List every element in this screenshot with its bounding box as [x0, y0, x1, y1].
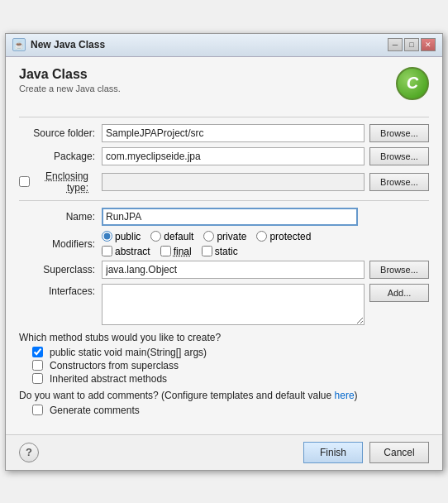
stub-main-row: public static void main(String[] args): [32, 347, 429, 358]
stub-constructors-label: Constructors from superclass: [50, 360, 179, 371]
enclosing-type-field: Browse...: [102, 173, 429, 191]
section-subtitle: Create a new Java class.: [19, 84, 121, 93]
interfaces-add-button[interactable]: Add...: [369, 284, 429, 302]
superclass-label: Superclass:: [19, 264, 102, 275]
new-java-class-dialog: ☕ New Java Class ─ □ ✕ Java Class Create…: [5, 33, 443, 471]
static-label: static: [215, 246, 238, 257]
comments-question-before: Do you want to add comments? (Configure …: [19, 390, 335, 401]
comments-question: Do you want to add comments? (Configure …: [19, 390, 429, 401]
enclosing-type-row: Enclosing type: Browse...: [19, 170, 429, 194]
help-button[interactable]: ?: [19, 443, 39, 462]
title-bar: ☕ New Java Class ─ □ ✕: [6, 34, 442, 57]
section-title: Java Class: [19, 67, 121, 82]
section-header: Java Class Create a new Java class. C: [19, 67, 429, 107]
divider-top: [19, 117, 429, 117]
name-label: Name:: [19, 211, 102, 223]
abstract-modifier-label[interactable]: abstract: [102, 246, 150, 257]
footer: ? Finish Cancel: [6, 434, 442, 470]
abstract-checkbox[interactable]: [102, 246, 112, 256]
interfaces-field: Add...: [102, 284, 429, 325]
private-modifier-label[interactable]: private: [203, 231, 246, 242]
maximize-button[interactable]: □: [404, 38, 419, 51]
superclass-input[interactable]: [102, 261, 365, 279]
source-folder-input[interactable]: [102, 124, 365, 142]
package-browse-button[interactable]: Browse...: [369, 147, 429, 165]
superclass-row: Superclass: Browse...: [19, 261, 429, 279]
source-folder-row: Source folder: Browse...: [19, 124, 429, 142]
stub-inherited-row: Inherited abstract methods: [32, 373, 429, 385]
final-checkbox[interactable]: [160, 246, 171, 256]
dialog-content: Java Class Create a new Java class. C So…: [6, 57, 442, 428]
interfaces-label: Interfaces:: [19, 284, 102, 297]
modifiers-row: Modifiers: public default private: [19, 231, 429, 257]
stub-inherited-checkbox[interactable]: [32, 373, 43, 384]
generate-comments-label: Generate comments: [50, 405, 140, 416]
enclosing-type-checkbox[interactable]: [19, 176, 30, 187]
stub-main-label: public static void main(String[] args): [50, 347, 207, 358]
source-folder-label: Source folder:: [19, 127, 102, 139]
title-bar-left: ☕ New Java Class: [12, 38, 105, 51]
enclosing-type-label: Enclosing type:: [36, 170, 95, 194]
package-field: Browse...: [102, 147, 429, 165]
cancel-button[interactable]: Cancel: [369, 442, 429, 463]
interfaces-textarea[interactable]: [102, 284, 365, 325]
default-radio[interactable]: [150, 231, 161, 242]
section-header-text: Java Class Create a new Java class.: [19, 67, 121, 93]
stub-inherited-label: Inherited abstract methods: [50, 373, 167, 385]
stub-constructors-checkbox[interactable]: [32, 360, 43, 371]
final-label: final: [174, 246, 192, 257]
eclipse-logo: C: [396, 67, 429, 100]
minimize-button[interactable]: ─: [388, 38, 403, 51]
enclosing-type-browse-button[interactable]: Browse...: [369, 173, 429, 191]
static-modifier-label[interactable]: static: [202, 246, 238, 257]
comments-here-link[interactable]: here: [335, 390, 355, 401]
protected-label: protected: [269, 231, 311, 242]
default-label: default: [164, 231, 193, 242]
protected-radio[interactable]: [256, 231, 267, 242]
final-modifier-label[interactable]: final: [160, 246, 192, 257]
access-modifiers-group: public default private protected: [102, 231, 311, 242]
public-modifier-label[interactable]: public: [102, 231, 141, 242]
protected-modifier-label[interactable]: protected: [256, 231, 311, 242]
abstract-label: abstract: [115, 246, 150, 257]
package-label: Package:: [19, 151, 102, 162]
modifiers-field: public default private protected: [102, 231, 311, 257]
name-input[interactable]: [102, 208, 358, 226]
package-row: Package: Browse...: [19, 147, 429, 165]
other-modifiers-group: abstract final static: [102, 246, 311, 257]
public-radio[interactable]: [102, 231, 112, 242]
source-folder-field: Browse...: [102, 124, 429, 142]
close-button[interactable]: ✕: [421, 38, 436, 51]
dialog-title: New Java Class: [31, 39, 105, 50]
dialog-icon: ☕: [12, 38, 26, 51]
modifiers-label: Modifiers:: [19, 238, 102, 250]
name-row: Name:: [19, 208, 429, 226]
generate-comments-row: Generate comments: [32, 405, 429, 416]
static-checkbox[interactable]: [202, 246, 212, 256]
package-input[interactable]: [102, 147, 365, 165]
private-radio[interactable]: [203, 231, 214, 242]
title-buttons: ─ □ ✕: [388, 38, 436, 51]
stubs-options: public static void main(String[] args) C…: [32, 347, 429, 385]
enclosing-type-input[interactable]: [102, 173, 365, 191]
interfaces-row: Interfaces: Add...: [19, 284, 429, 325]
stubs-question: Which method stubs would you like to cre…: [19, 332, 429, 343]
stub-main-checkbox[interactable]: [32, 347, 43, 357]
divider-mid: [19, 200, 429, 201]
superclass-field: Browse...: [102, 261, 429, 279]
stub-constructors-row: Constructors from superclass: [32, 360, 429, 371]
comments-question-after: ): [355, 390, 358, 401]
footer-buttons: Finish Cancel: [303, 442, 429, 463]
name-field: [102, 208, 429, 226]
default-modifier-label[interactable]: default: [150, 231, 193, 242]
finish-button[interactable]: Finish: [303, 442, 363, 463]
public-label: public: [115, 231, 141, 242]
superclass-browse-button[interactable]: Browse...: [369, 261, 429, 279]
stubs-section: Which method stubs would you like to cre…: [19, 332, 429, 385]
source-folder-browse-button[interactable]: Browse...: [369, 124, 429, 142]
comments-section: Do you want to add comments? (Configure …: [19, 390, 429, 416]
private-label: private: [217, 231, 246, 242]
generate-comments-checkbox[interactable]: [32, 405, 43, 415]
